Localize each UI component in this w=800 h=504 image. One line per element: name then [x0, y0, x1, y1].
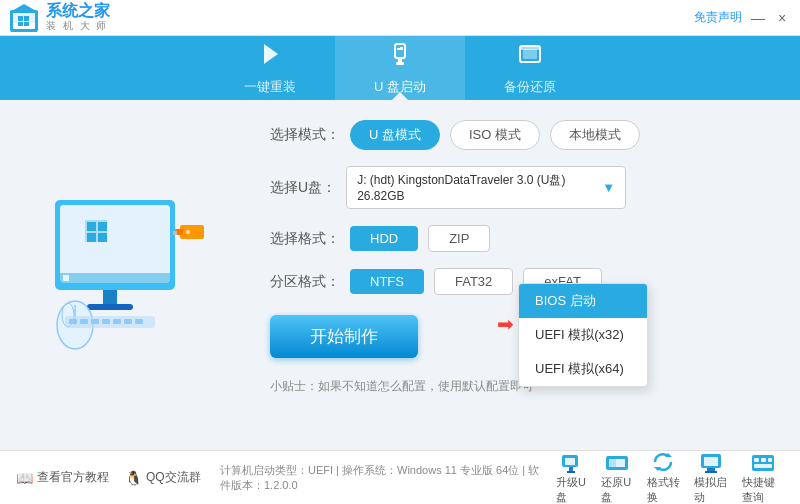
format-row: 选择格式： HDD ZIP	[270, 225, 770, 252]
svg-rect-14	[400, 47, 403, 50]
svg-rect-16	[523, 49, 537, 59]
svg-rect-55	[704, 457, 718, 466]
partition-ntfs-button[interactable]: NTFS	[350, 269, 424, 294]
svg-rect-5	[18, 16, 23, 21]
svg-rect-37	[80, 319, 88, 324]
simulate-boot-tool[interactable]: 模拟启动	[694, 451, 728, 505]
upgrade-icon	[558, 451, 586, 473]
backup-icon	[516, 40, 544, 74]
svg-rect-10	[395, 44, 405, 58]
mode-iso-button[interactable]: ISO 模式	[450, 120, 540, 150]
dropdown-arrow-icon: ➡	[497, 312, 514, 336]
qq-icon: 🐧	[125, 470, 142, 486]
partition-fat32-button[interactable]: FAT32	[434, 268, 513, 295]
svg-rect-59	[754, 458, 759, 462]
reinstall-icon	[256, 40, 284, 74]
svg-rect-38	[91, 319, 99, 324]
nav-tabs: 一键重装 U 盘启动 备份还原	[0, 36, 800, 100]
bottom-left: 📖 查看官方教程 🐧 QQ交流群	[0, 469, 220, 486]
logo-title: 系统之家	[46, 3, 110, 19]
usb-icon	[386, 40, 414, 74]
svg-rect-20	[60, 205, 170, 283]
svg-rect-56	[707, 468, 715, 471]
usb-row: 选择U盘： J: (hdt) KingstonDataTraveler 3.0 …	[270, 166, 770, 209]
svg-rect-44	[63, 275, 69, 281]
shortcut-query-tool[interactable]: 快捷键查询	[742, 451, 784, 505]
computer-illustration	[25, 190, 215, 360]
qq-group-link[interactable]: 🐧 QQ交流群	[125, 469, 201, 486]
bottom-bar: 📖 查看官方教程 🐧 QQ交流群 计算机启动类型：UEFI | 操作系统：Win…	[0, 450, 800, 504]
status-text: 计算机启动类型：UEFI | 操作系统：Windows 11 专业版 64位 |…	[220, 463, 540, 493]
svg-rect-51	[609, 459, 616, 467]
svg-rect-36	[69, 319, 77, 324]
tab-backup-label: 备份还原	[504, 78, 556, 96]
svg-rect-24	[87, 233, 96, 242]
svg-rect-57	[705, 471, 717, 473]
official-tutorial-link[interactable]: 📖 查看官方教程	[16, 469, 109, 486]
svg-rect-47	[569, 467, 573, 471]
title-bar-controls: 免责声明 — ×	[694, 9, 790, 26]
logo-subtitle: 装 机 大 师	[46, 19, 110, 33]
disclaimer-button[interactable]: 免责声明	[694, 9, 742, 26]
svg-rect-41	[124, 319, 132, 324]
dropdown-bios[interactable]: BIOS 启动	[519, 284, 647, 318]
usb-label: 选择U盘：	[270, 179, 336, 197]
minimize-button[interactable]: —	[750, 10, 766, 26]
qq-label: QQ交流群	[146, 469, 201, 486]
tab-usb[interactable]: U 盘启动	[335, 36, 465, 100]
tab-usb-label: U 盘启动	[374, 78, 426, 96]
svg-rect-8	[24, 22, 29, 26]
format-convert-tool[interactable]: 格式转换	[647, 451, 681, 505]
svg-rect-22	[87, 222, 96, 231]
tutorial-icon: 📖	[16, 470, 33, 486]
dropdown-uefi-x32[interactable]: UEFI 模拟(x32)	[519, 318, 647, 352]
svg-marker-9	[264, 44, 278, 64]
restore-label: 还原U盘	[601, 475, 632, 505]
simulate-label: 模拟启动	[694, 475, 728, 505]
close-button[interactable]: ×	[774, 10, 790, 26]
logo-icon	[10, 4, 40, 32]
svg-rect-61	[768, 458, 772, 462]
svg-rect-27	[87, 304, 133, 310]
svg-rect-39	[102, 319, 110, 324]
usb-select-dropdown[interactable]: J: (hdt) KingstonDataTraveler 3.0 (U盘) 2…	[346, 166, 626, 209]
svg-rect-60	[761, 458, 766, 462]
svg-rect-62	[754, 464, 772, 468]
svg-rect-26	[103, 290, 117, 306]
format-zip-button[interactable]: ZIP	[428, 225, 490, 252]
format-hdd-button[interactable]: HDD	[350, 226, 418, 251]
upgrade-usb-tool[interactable]: 升级U盘	[556, 451, 587, 505]
start-button[interactable]: 开始制作	[270, 315, 418, 358]
mode-selector: 选择模式： U 盘模式 ISO 模式 本地模式	[270, 120, 770, 150]
svg-rect-6	[24, 16, 29, 21]
logo-area: 系统之家 装 机 大 师	[10, 3, 110, 33]
restore-usb-tool[interactable]: 还原U盘	[601, 451, 632, 505]
partition-label: 分区格式：	[270, 273, 340, 291]
shortcut-icon	[749, 451, 777, 473]
svg-rect-58	[752, 455, 774, 471]
usb-select-value: J: (hdt) KingstonDataTraveler 3.0 (U盘) 2…	[357, 172, 598, 203]
svg-point-30	[186, 230, 190, 234]
left-panel	[0, 100, 240, 450]
svg-rect-13	[397, 48, 400, 50]
mode-local-button[interactable]: 本地模式	[550, 120, 640, 150]
tab-reinstall[interactable]: 一键重装	[205, 36, 335, 100]
svg-rect-28	[180, 225, 204, 239]
format-convert-label: 格式转换	[647, 475, 681, 505]
svg-rect-23	[98, 222, 107, 231]
logo-text: 系统之家 装 机 大 师	[46, 3, 110, 33]
svg-rect-7	[18, 22, 23, 26]
svg-rect-25	[98, 233, 107, 242]
main-content: 选择模式： U 盘模式 ISO 模式 本地模式 选择U盘： J: (hdt) K…	[0, 100, 800, 450]
mode-usb-button[interactable]: U 盘模式	[350, 120, 440, 150]
simulate-icon	[697, 451, 725, 473]
bottom-tools: 升级U盘 还原U盘 格式转换 模拟启动 快捷键查询	[540, 451, 800, 505]
tutorial-label: 查看官方教程	[37, 469, 109, 486]
bottom-center: 计算机启动类型：UEFI | 操作系统：Windows 11 专业版 64位 |…	[220, 463, 540, 493]
right-panel: 选择模式： U 盘模式 ISO 模式 本地模式 选择U盘： J: (hdt) K…	[240, 100, 800, 450]
svg-rect-17	[520, 46, 540, 50]
dropdown-menu: BIOS 启动 UEFI 模拟(x32) UEFI 模拟(x64)	[518, 283, 648, 387]
svg-rect-12	[396, 62, 404, 65]
tab-backup[interactable]: 备份还原	[465, 36, 595, 100]
dropdown-uefi-x64[interactable]: UEFI 模拟(x64)	[519, 352, 647, 386]
